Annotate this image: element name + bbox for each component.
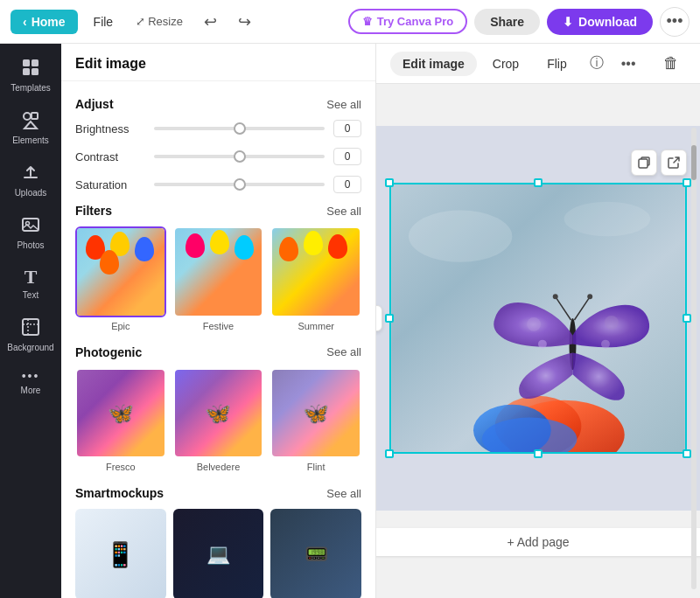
contrast-row: Contrast	[75, 148, 361, 165]
svg-point-20	[538, 340, 547, 349]
filter-belvedere-thumb[interactable]: 🦋	[173, 368, 264, 459]
butterfly-svg	[391, 184, 685, 452]
sidebar-item-label: Background	[7, 343, 53, 352]
handle-top-right[interactable]	[682, 178, 691, 187]
sidebar-item-text[interactable]: T Text	[4, 261, 58, 307]
icon-sidebar: Templates Elements Uploads	[0, 44, 61, 598]
filter-flint-image: 🦋	[272, 370, 360, 457]
saturation-slider[interactable]	[154, 183, 325, 186]
saturation-row: Saturation	[75, 176, 361, 193]
svg-point-18	[527, 317, 541, 331]
filter-fresco-label: Fresco	[106, 462, 136, 472]
share-button[interactable]: Share	[474, 9, 540, 35]
copy-image-button[interactable]	[631, 150, 657, 176]
filter-epic-image	[77, 228, 164, 316]
sidebar-item-more[interactable]: ••• More	[4, 363, 58, 402]
photogenic-see-all[interactable]: See all	[326, 345, 361, 358]
sidebar-item-background[interactable]: Background	[4, 310, 58, 359]
tab-edit-image[interactable]: Edit image	[390, 52, 477, 76]
saturation-thumb[interactable]	[234, 178, 246, 191]
brightness-slider[interactable]	[154, 127, 325, 130]
canvas-content: + Add page	[376, 84, 700, 598]
handle-bottom-middle[interactable]	[534, 449, 542, 458]
canvas-scrollbar-thumb[interactable]	[691, 145, 696, 180]
adjust-section-header: Adjust See all	[75, 97, 361, 111]
photogenic-grid: 🦋 Fresco 🦋 Belvedere	[75, 368, 361, 473]
filter-summer-image	[272, 228, 360, 316]
image-container[interactable]	[389, 183, 687, 454]
sidebar-item-uploads[interactable]: Uploads	[4, 156, 58, 205]
add-page-button[interactable]: + Add page	[376, 528, 700, 556]
try-canva-button[interactable]: ♛ Try Canva Pro	[348, 9, 467, 34]
handle-top-middle[interactable]	[534, 178, 542, 187]
butterfly-flint-icon: 🦋	[303, 401, 329, 426]
filter-belvedere-label: Belvedere	[197, 462, 241, 472]
more-options-button[interactable]: •••	[660, 7, 690, 37]
svg-rect-26	[639, 159, 648, 168]
filter-festive-thumb[interactable]	[173, 226, 264, 317]
filter-festive[interactable]: Festive	[173, 226, 264, 331]
adjust-see-all[interactable]: See all	[326, 98, 361, 111]
contrast-value[interactable]	[333, 148, 361, 165]
contrast-slider[interactable]	[154, 155, 325, 158]
undo-button[interactable]: ↩	[197, 7, 224, 37]
handle-bottom-left[interactable]	[385, 449, 394, 458]
mockup-tablet[interactable]: 📟	[270, 509, 361, 598]
svg-point-4	[24, 113, 31, 120]
handle-top-left[interactable]	[385, 178, 394, 187]
canvas-scrollbar[interactable]	[691, 128, 696, 589]
sidebar-item-templates[interactable]: Templates	[4, 51, 58, 100]
redo-button[interactable]: ↪	[231, 7, 258, 37]
top-navigation: ‹ Home File ⤢ Resize ↩ ↪ ♛ Try Canva Pro…	[0, 0, 700, 44]
photogenic-section-header: Photogenic See all	[75, 345, 361, 359]
tab-flip[interactable]: Flip	[535, 52, 579, 76]
rotate-button[interactable]	[376, 305, 382, 331]
filter-fresco-thumb[interactable]: 🦋	[75, 368, 166, 459]
mockup-phone[interactable]: 📱	[75, 509, 166, 598]
crown-icon: ♛	[362, 15, 373, 28]
filter-belvedere[interactable]: 🦋 Belvedere	[173, 368, 264, 473]
filter-summer-thumb[interactable]	[270, 226, 361, 317]
external-link-button[interactable]	[661, 150, 687, 176]
filter-epic[interactable]: Epic	[75, 226, 166, 331]
svg-rect-9	[23, 319, 38, 335]
sidebar-item-label: Uploads	[15, 188, 47, 198]
smartmockups-title: Smartmockups	[75, 486, 164, 500]
handle-middle-left[interactable]	[385, 314, 394, 323]
sidebar-item-elements[interactable]: Elements	[4, 103, 58, 152]
saturation-value[interactable]	[333, 176, 361, 193]
brightness-thumb[interactable]	[234, 122, 246, 135]
filter-fresco[interactable]: 🦋 Fresco	[75, 368, 166, 473]
sidebar-item-label: Text	[23, 290, 38, 300]
photogenic-title: Photogenic	[75, 345, 142, 359]
delete-button[interactable]: 🗑	[656, 49, 686, 78]
filter-flint[interactable]: 🦋 Flint	[270, 368, 361, 473]
filter-epic-thumb[interactable]	[75, 226, 166, 317]
info-button[interactable]: ⓘ	[583, 49, 611, 78]
brightness-value[interactable]	[333, 120, 361, 137]
filter-flint-thumb[interactable]: 🦋	[270, 368, 361, 459]
filter-fresco-image: 🦋	[77, 370, 164, 457]
brightness-row: Brightness	[75, 120, 361, 137]
svg-rect-5	[32, 113, 38, 119]
filter-summer[interactable]: Summer	[270, 226, 361, 331]
filter-festive-label: Festive	[203, 321, 234, 331]
contrast-thumb[interactable]	[234, 150, 246, 163]
smartmockups-see-all[interactable]: See all	[326, 487, 361, 500]
butterfly-image-wrapper	[389, 183, 687, 454]
toolbar-more-button[interactable]: •••	[614, 51, 643, 77]
handle-middle-right[interactable]	[682, 314, 691, 323]
mockup-laptop[interactable]: 💻	[173, 509, 264, 598]
filters-see-all[interactable]: See all	[326, 205, 361, 218]
download-button[interactable]: ⬇ Download	[547, 9, 653, 35]
sidebar-item-label: More	[21, 386, 41, 395]
file-button[interactable]: File	[85, 10, 122, 34]
filters-title: Filters	[75, 204, 112, 218]
smartmockups-grid: 📱 💻 📟	[75, 509, 361, 598]
tab-crop[interactable]: Crop	[480, 52, 531, 76]
sidebar-item-photos[interactable]: Photos	[4, 208, 58, 257]
home-button[interactable]: ‹ Home	[10, 10, 78, 34]
templates-icon	[21, 58, 40, 80]
resize-button[interactable]: ⤢ Resize	[129, 10, 190, 33]
handle-bottom-right[interactable]	[682, 449, 691, 458]
